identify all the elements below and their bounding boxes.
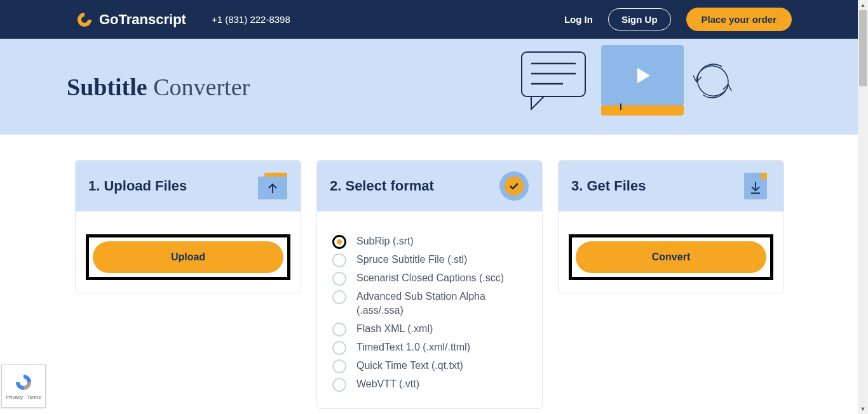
format-label: Flash XML (.xml) <box>356 322 433 336</box>
title-bold: Subtitle <box>67 74 153 100</box>
format-option[interactable]: Flash XML (.xml) <box>332 322 527 337</box>
radio-circle[interactable] <box>332 341 346 355</box>
logo-text: GoTranscript <box>99 11 186 28</box>
format-label: TimedText 1.0 (.xml/.ttml) <box>356 340 470 354</box>
title-light: Converter <box>153 74 250 100</box>
radio-circle[interactable] <box>332 290 346 304</box>
signup-button[interactable]: Sign Up <box>608 8 671 30</box>
convert-button[interactable]: Convert <box>576 241 766 273</box>
upload-highlight: Upload <box>86 234 290 280</box>
format-option[interactable]: WebVTT (.vtt) <box>332 377 527 392</box>
recaptcha-badge[interactable]: Privacy · Terms <box>1 364 46 408</box>
check-circle-icon <box>499 171 529 201</box>
get-card-body: Convert <box>559 211 783 293</box>
upload-button[interactable]: Upload <box>93 241 283 273</box>
recaptcha-text: Privacy · Terms <box>6 394 41 400</box>
select-card-title: 2. Select format <box>330 178 434 194</box>
hero-graphic <box>519 45 741 116</box>
format-option[interactable]: TimedText 1.0 (.xml/.ttml) <box>332 340 527 355</box>
header: GoTranscript +1 (831) 222-8398 Log In Si… <box>0 0 868 39</box>
header-right: Log In Sign Up Place your order <box>564 8 792 31</box>
get-card-title: 3. Get Files <box>571 178 646 194</box>
format-option[interactable]: Spruce Subtitle File (.stl) <box>332 253 527 267</box>
format-label: SubRip (.srt) <box>356 234 414 248</box>
get-card-header: 3. Get Files <box>559 161 783 211</box>
radio-circle[interactable] <box>332 323 346 337</box>
radio-circle[interactable] <box>332 253 346 267</box>
format-option[interactable]: Quick Time Text (.qt.txt) <box>332 359 527 373</box>
select-card-header: 2. Select format <box>317 161 542 211</box>
get-files-card: 3. Get Files Convert <box>558 160 784 293</box>
refresh-icon <box>684 55 741 106</box>
upload-card-header: 1. Upload Files <box>76 161 301 211</box>
format-label: Spruce Subtitle File (.stl) <box>356 253 467 267</box>
speech-bubble-icon <box>519 46 595 116</box>
recaptcha-icon <box>14 373 33 392</box>
video-player-icon <box>601 45 684 116</box>
format-option[interactable]: SubRip (.srt) <box>332 234 527 249</box>
scroll-down-arrow[interactable]: ▼ <box>858 404 868 409</box>
format-option[interactable]: Scenarist Closed Captions (.scc) <box>332 271 527 286</box>
format-label: WebVTT (.vtt) <box>356 377 419 391</box>
hero: Subtitle Converter <box>0 39 868 135</box>
format-label: Scenarist Closed Captions (.scc) <box>356 271 504 285</box>
place-order-button[interactable]: Place your order <box>686 8 792 31</box>
radio-circle[interactable] <box>332 378 346 392</box>
scrollbar[interactable]: ▲ ▼ <box>858 0 868 409</box>
select-format-card: 2. Select format SubRip (.srt)Spruce Sub… <box>316 160 543 409</box>
scrollbar-thumb[interactable] <box>859 10 867 86</box>
download-icon <box>740 171 771 201</box>
upload-card-title: 1. Upload Files <box>88 178 187 194</box>
format-label: Advanced Sub Station Alpha (.ass/.ssa) <box>356 290 527 318</box>
cards-row: 1. Upload Files Upload 2. Select format <box>0 135 868 409</box>
format-option[interactable]: Advanced Sub Station Alpha (.ass/.ssa) <box>332 290 527 318</box>
header-left: GoTranscript +1 (831) 222-8398 <box>76 11 290 28</box>
convert-highlight: Convert <box>569 234 773 280</box>
radio-circle[interactable] <box>332 272 346 286</box>
logo[interactable]: GoTranscript <box>76 11 186 28</box>
phone-number[interactable]: +1 (831) 222-8398 <box>212 14 290 25</box>
scroll-up-arrow[interactable]: ▲ <box>858 0 868 10</box>
format-radio-list: SubRip (.srt)Spruce Subtitle File (.stl)… <box>317 211 542 408</box>
format-label: Quick Time Text (.qt.txt) <box>356 359 463 373</box>
page-title: Subtitle Converter <box>67 73 250 101</box>
upload-card: 1. Upload Files Upload <box>75 160 301 293</box>
upload-card-body: Upload <box>76 211 301 293</box>
logo-icon <box>76 11 93 28</box>
login-link[interactable]: Log In <box>564 14 593 25</box>
radio-circle[interactable] <box>332 235 346 249</box>
upload-folder-icon <box>257 171 288 201</box>
radio-circle[interactable] <box>332 359 346 373</box>
